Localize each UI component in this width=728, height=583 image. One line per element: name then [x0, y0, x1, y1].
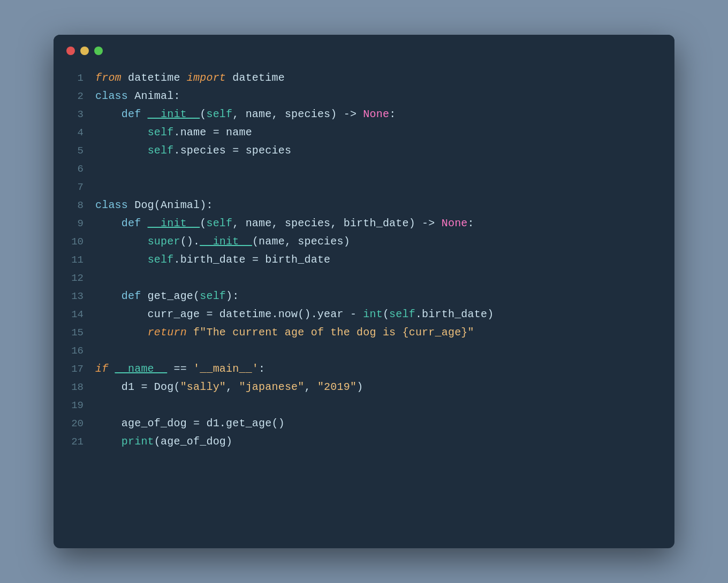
code-line: 11 self.birth_date = birth_date — [64, 251, 658, 269]
code-line: 1 from datetime import datetime — [64, 69, 658, 87]
code-line: 5 self.species = species — [64, 142, 658, 160]
code-line: 6 — [64, 160, 658, 178]
code-line: 16 — [64, 342, 658, 360]
code-window: 1 from datetime import datetime 2 class … — [54, 35, 674, 548]
code-line: 7 — [64, 178, 658, 196]
code-line: 15 return f"The current age of the dog i… — [64, 324, 658, 342]
code-line: 3 def __init__(self, name, species) -> N… — [64, 105, 658, 124]
code-line: 12 — [64, 269, 658, 287]
minimize-button[interactable] — [80, 47, 89, 55]
code-line: 13 def get_age(self): — [64, 287, 658, 305]
code-line: 4 self.name = name — [64, 124, 658, 142]
titlebar — [54, 35, 674, 64]
code-line: 10 super().__init__(name, species) — [64, 233, 658, 251]
code-line: 14 curr_age = datetime.now().year - int(… — [64, 305, 658, 324]
code-line: 9 def __init__(self, name, species, birt… — [64, 214, 658, 233]
code-editor: 1 from datetime import datetime 2 class … — [54, 64, 674, 472]
maximize-button[interactable] — [94, 47, 103, 55]
code-line: 8 class Dog(Animal): — [64, 196, 658, 214]
code-line: 20 age_of_dog = d1.get_age() — [64, 415, 658, 433]
code-line: 17 if __name__ == '__main__': — [64, 360, 658, 378]
close-button[interactable] — [66, 47, 75, 55]
code-line: 18 d1 = Dog("sally", "japanese", "2019") — [64, 378, 658, 396]
code-line: 19 — [64, 396, 658, 415]
code-line: 2 class Animal: — [64, 87, 658, 105]
code-line: 21 print(age_of_dog) — [64, 433, 658, 451]
